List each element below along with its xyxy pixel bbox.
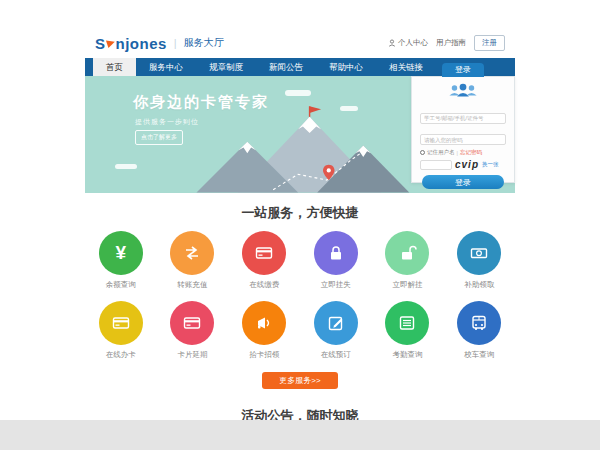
service-label: 立即解挂 [372, 280, 444, 290]
remember-divider: | [457, 150, 458, 156]
service-balance-inquiry[interactable]: ¥ 余额查询 [85, 224, 157, 294]
captcha-row: cvip 换一张 [420, 159, 506, 170]
service-label: 在线预订 [300, 350, 372, 360]
login-tab[interactable]: 登录 [442, 63, 484, 77]
captcha-refresh-link[interactable]: 换一张 [482, 161, 499, 168]
personal-center-label: 个人中心 [398, 38, 428, 48]
card-icon [99, 301, 143, 345]
service-label: 在线办卡 [85, 350, 157, 360]
service-label: 卡片延期 [157, 350, 229, 360]
service-online-card-apply[interactable]: 在线办卡 [85, 294, 157, 364]
user-guide-label: 用户指南 [436, 38, 466, 48]
service-label: 拾卡招领 [228, 350, 300, 360]
user-guide-link[interactable]: 用户指南 [436, 38, 466, 48]
service-label: 校车查询 [443, 350, 515, 360]
banknote-icon [457, 231, 501, 275]
top-bar-links: 个人中心 用户指南 注册 [388, 35, 505, 51]
remember-row: 记住用户名 | 忘记密码 [420, 149, 506, 156]
service-subsidy-collect[interactable]: 补助领取 [443, 224, 515, 294]
password-input[interactable] [420, 134, 506, 145]
login-panel: 登录 记住用户名 | 忘记密码 cvip 换一张 登录 [411, 76, 515, 183]
nav-item-home[interactable]: 首页 [93, 58, 136, 76]
services-title: 一站服务，方便快捷 [85, 204, 515, 222]
service-unlock-card[interactable]: 立即解挂 [372, 224, 444, 294]
nav-item-links[interactable]: 相关链接 [376, 58, 436, 76]
logo-arrow-icon [105, 38, 115, 48]
top-bar: S njones | 服务大厅 个人中心 用户指南 注册 [85, 28, 515, 58]
nav-item-rules[interactable]: 规章制度 [196, 58, 256, 76]
service-card-renewal[interactable]: 卡片延期 [157, 294, 229, 364]
service-school-bus-inquiry[interactable]: 校车查询 [443, 294, 515, 364]
remember-label: 记住用户名 [427, 149, 455, 156]
service-label: 在线缴费 [228, 280, 300, 290]
nav-item-service-center[interactable]: 服务中心 [136, 58, 196, 76]
remember-checkbox[interactable] [420, 150, 425, 155]
service-grid: ¥ 余额查询 转账充值 在线缴费 立即挂失 [85, 224, 515, 364]
logo-text: njones [116, 35, 167, 52]
service-label: 转账充值 [157, 280, 229, 290]
mountain-illustration [185, 101, 415, 193]
logo-separator: | [174, 37, 177, 49]
username-input[interactable] [420, 113, 506, 124]
yuan-icon: ¥ [99, 231, 143, 275]
service-attendance-inquiry[interactable]: 考勤查询 [372, 294, 444, 364]
service-online-payment[interactable]: 在线缴费 [228, 224, 300, 294]
list-icon [385, 301, 429, 345]
lock-icon [314, 231, 358, 275]
users-group-icon [420, 82, 506, 103]
cloud-decoration [115, 164, 137, 169]
service-label: 余额查询 [85, 280, 157, 290]
hero-banner: 你身边的卡管专家 提供服务一步到位 点击了解更多 登录 [85, 76, 515, 193]
synjones-logo[interactable]: S njones | 服务大厅 [95, 35, 224, 52]
bus-icon [457, 301, 501, 345]
transfer-icon [170, 231, 214, 275]
service-label: 立即挂失 [300, 280, 372, 290]
page-bottom-cutoff [0, 420, 600, 450]
service-online-booking[interactable]: 在线预订 [300, 294, 372, 364]
cloud-decoration [285, 90, 311, 96]
megaphone-icon [242, 301, 286, 345]
personal-center-link[interactable]: 个人中心 [388, 38, 428, 48]
site-name: 服务大厅 [184, 36, 224, 50]
hero-cta-button[interactable]: 点击了解更多 [135, 130, 183, 145]
person-icon [388, 39, 396, 47]
service-label: 补助领取 [443, 280, 515, 290]
captcha-input[interactable] [420, 160, 452, 170]
card-icon [170, 301, 214, 345]
nav-item-news[interactable]: 新闻公告 [256, 58, 316, 76]
register-button[interactable]: 注册 [474, 35, 505, 51]
nav-item-help[interactable]: 帮助中心 [316, 58, 376, 76]
logo-text: S [95, 35, 106, 52]
unlock-icon [385, 231, 429, 275]
service-lost-found[interactable]: 拾卡招领 [228, 294, 300, 364]
service-label: 考勤查询 [372, 350, 444, 360]
more-services-button[interactable]: 更多服务>> [262, 372, 338, 389]
page-container: S njones | 服务大厅 个人中心 用户指南 注册 首页 服务中心 规章制… [85, 28, 515, 450]
edit-icon [314, 301, 358, 345]
services-section: 一站服务，方便快捷 ¥ 余额查询 转账充值 在线缴费 [85, 193, 515, 389]
card-icon [242, 231, 286, 275]
login-submit-button[interactable]: 登录 [422, 175, 504, 189]
captcha-image: cvip [455, 159, 479, 170]
service-transfer-recharge[interactable]: 转账充值 [157, 224, 229, 294]
service-report-loss[interactable]: 立即挂失 [300, 224, 372, 294]
forgot-password-link[interactable]: 忘记密码 [460, 149, 482, 156]
